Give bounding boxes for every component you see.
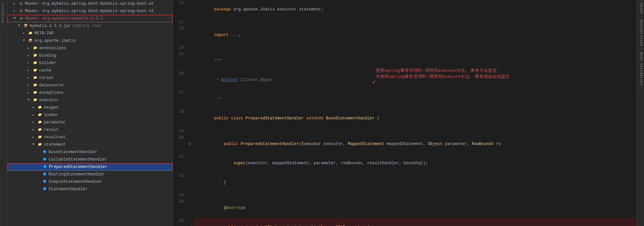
cache-label: cache — [39, 68, 51, 73]
prepared-handler-item[interactable]: 🔷 PreparedStatementHandler — [7, 163, 173, 171]
bean-validation-tab[interactable]: Bean Validation — [637, 49, 644, 88]
code-line-43: 43 — [173, 192, 644, 199]
library-root-label: library root — [72, 24, 101, 28]
folder-icon: 📁 — [32, 83, 38, 88]
line-gutter — [186, 51, 193, 70]
code-line-37: 37 */ — [173, 90, 644, 109]
base-label: BaseStatementHandler — [49, 150, 97, 154]
handler-item[interactable]: 🔷 StatementHandler — [7, 186, 173, 193]
cache-item[interactable]: ▶ 📁 cache — [7, 67, 173, 74]
routing-handler-item[interactable]: 🔷 RoutingStatementHandler — [7, 171, 173, 178]
rest-services-tab[interactable]: RestServices — [637, 17, 644, 49]
line-content — [193, 128, 644, 135]
arrow-open-icon: ▼ — [32, 143, 36, 147]
maven3-label: Maven: org.mybatis:mybatis:3.5.2 — [25, 16, 103, 21]
result-label: result — [44, 128, 58, 132]
parameter-item[interactable]: ▶ 📁 parameter — [7, 119, 173, 126]
arrow-icon: ▶ — [32, 135, 36, 139]
code-scroll[interactable]: 16 package org.apache.ibatis.executor.st… — [173, 0, 644, 226]
line-content: public class PreparedStatementHandler ex… — [193, 109, 644, 128]
binding-item[interactable]: ▶ 📁 binding — [7, 52, 173, 59]
folder-icon: 📁 — [28, 31, 33, 36]
line-gutter — [186, 26, 193, 45]
arrow-icon: ▶ — [28, 91, 32, 95]
line-number: 40 — [173, 135, 186, 154]
result-item[interactable]: ▶ 📁 result — [7, 126, 173, 134]
folder-icon: 📁 — [37, 142, 43, 147]
line-number: 38 — [173, 109, 186, 128]
folder-icon: 📁 — [37, 127, 43, 133]
code-line-38: 38 public class PreparedStatementHandler… — [173, 109, 644, 128]
line-content: */ — [193, 90, 644, 109]
arrow-icon: ▶ — [28, 83, 32, 87]
structure-tab[interactable]: Structure — [0, 0, 7, 26]
right-panel-tabs: Maven RestServices Bean Validation — [637, 0, 644, 226]
line-gutter — [186, 128, 193, 135]
arrow-open-icon: ▼ — [14, 17, 18, 21]
maven3-item[interactable]: ▼ 🗂 Maven: org.mybatis:mybatis:3.5.2 — [7, 15, 173, 22]
line-content: public int update(Statement statement) t… — [193, 218, 644, 226]
maven1-item[interactable]: ▶ 🗂 Maven: org.mybatis.spring.boot:mybat… — [7, 0, 173, 7]
maven2-item[interactable]: ▶ 🗂 Maven: org.mybatis.spring.boot:mybat… — [7, 7, 173, 15]
line-gutter: @ — [186, 135, 193, 154]
line-number: 37 — [173, 90, 186, 109]
keygen-item[interactable]: ▶ 📁 keygen — [7, 104, 173, 111]
cursor-item[interactable]: ▶ 📁 cursor — [7, 74, 173, 82]
arrow-open-icon: ▼ — [18, 24, 22, 28]
binding-label: binding — [39, 53, 56, 58]
arrow-icon: ▶ — [28, 46, 32, 50]
spacer — [37, 172, 41, 176]
line-gutter — [186, 154, 193, 173]
parameter-label: parameter — [44, 120, 66, 125]
maven1-label: Maven: org.mybatis.spring.boot:mybatis-s… — [25, 1, 154, 6]
code-line-17: 17 — [173, 19, 644, 26]
datasource-item[interactable]: ▶ 📁 datasource — [7, 82, 173, 89]
line-number: 18 — [173, 26, 186, 45]
class-icon: 🔷 — [42, 179, 47, 185]
loader-item[interactable]: ▶ 📁 loader — [7, 111, 173, 119]
arrow-icon: ▶ — [28, 54, 32, 58]
code-line-34: 34 — [173, 45, 644, 51]
resultset-item[interactable]: ▶ 📁 resultset — [7, 134, 173, 141]
line-gutter — [186, 199, 193, 218]
maven-tab[interactable]: Maven — [637, 0, 644, 17]
left-panel-tabs: Structure — [0, 0, 7, 226]
simple-handler-item[interactable]: 🔷 SimpleStatementHandler — [7, 178, 173, 186]
folder-icon: 📁 — [32, 75, 38, 81]
arrow-icon: ▶ — [32, 106, 36, 110]
meta-inf-item[interactable]: ▶ 📁 META-INF — [7, 30, 173, 37]
spacer — [37, 165, 42, 169]
line-content: @Override — [193, 199, 644, 218]
executor-item[interactable]: ▼ 📁 executor — [7, 96, 173, 104]
line-gutter — [186, 19, 193, 26]
folder-icon: 📁 — [32, 60, 38, 66]
line-number: 41 — [173, 154, 186, 173]
code-editor: 16 package org.apache.ibatis.executor.st… — [173, 0, 644, 226]
arrow-icon: ▶ — [23, 31, 27, 35]
annotations-item[interactable]: ▶ 📁 annotations — [7, 45, 173, 52]
line-gutter — [186, 173, 193, 192]
jar-icon: 🗂 — [19, 16, 24, 21]
folder-icon: 📁 — [32, 68, 38, 73]
folder-icon: 📁 — [32, 97, 38, 103]
line-content: } — [193, 173, 644, 192]
exceptions-item[interactable]: ▶ 📁 exceptions — [7, 89, 173, 96]
routing-label: RoutingStatementHandler — [49, 172, 105, 177]
statement-item[interactable]: ▼ 📁 statement — [7, 141, 173, 148]
jar-root-item[interactable]: ▼ 📦 mybatis-3.5.2.jar library root — [7, 22, 173, 30]
callable-handler-item[interactable]: 🔷 CallableStatementHandler — [7, 156, 173, 163]
code-line-42: 42 } — [173, 173, 644, 192]
builder-item[interactable]: ▶ 📁 builder — [7, 59, 173, 67]
base-handler-item[interactable]: 🔷 BaseStatementHandler — [7, 148, 173, 156]
line-gutter — [186, 0, 193, 19]
annotations-label: annotations — [39, 46, 66, 51]
cursor-label: cursor — [39, 76, 54, 80]
line-gutter: ●@ — [186, 218, 193, 226]
org-apache-item[interactable]: ▼ 📦 org.apache.ibatis — [7, 37, 173, 45]
builder-label: builder — [39, 61, 56, 65]
folder-icon: 📁 — [32, 46, 38, 51]
line-gutter — [186, 45, 193, 51]
line-number: 42 — [173, 173, 186, 192]
arrow-open-icon: ▼ — [28, 98, 32, 102]
loader-label: loader — [44, 113, 58, 117]
